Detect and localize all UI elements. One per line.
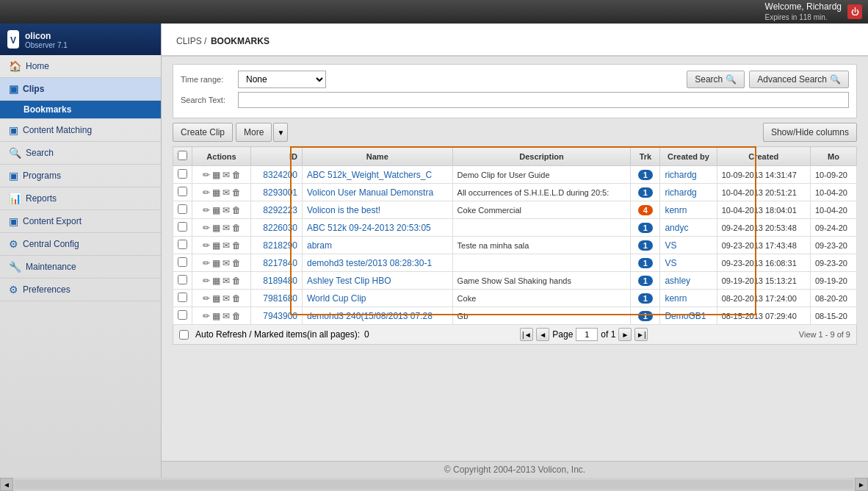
mail-icon[interactable]: ✉ — [223, 276, 230, 286]
edit-icon[interactable]: ✏ — [203, 187, 210, 198]
created-by-link[interactable]: VS — [665, 240, 676, 251]
sidebar-item-bookmarks[interactable]: Bookmarks — [0, 101, 161, 119]
created-by-link[interactable]: richardg — [665, 187, 696, 198]
created-by-link[interactable]: andyc — [665, 223, 688, 233]
delete-icon[interactable]: 🗑 — [232, 258, 241, 268]
row-checkbox[interactable] — [178, 257, 187, 267]
search-button[interactable]: Search 🔍 — [687, 71, 745, 88]
delete-icon[interactable]: 🗑 — [232, 240, 241, 251]
id-link[interactable]: 8293001 — [263, 187, 297, 198]
name-link[interactable]: Volicon is the best! — [307, 205, 380, 215]
id-link[interactable]: 8218290 — [263, 240, 297, 251]
mail-icon[interactable]: ✉ — [223, 187, 230, 198]
edit-icon[interactable]: ✏ — [203, 293, 210, 304]
grid-icon[interactable]: ▦ — [212, 187, 220, 198]
created-by-link[interactable]: richardg — [665, 170, 696, 180]
delete-icon[interactable]: 🗑 — [232, 293, 241, 304]
edit-icon[interactable]: ✏ — [203, 240, 210, 251]
sidebar-item-programs[interactable]: ▣ Programs — [0, 165, 161, 187]
delete-icon[interactable]: 🗑 — [232, 311, 241, 321]
row-checkbox[interactable] — [178, 240, 187, 249]
horizontal-scrollbar[interactable]: ◄ ► — [0, 478, 868, 491]
created-by-link[interactable]: ashley — [665, 276, 690, 286]
sidebar-item-home[interactable]: 🏠 Home — [0, 55, 161, 78]
mail-icon[interactable]: ✉ — [223, 170, 230, 180]
prev-page-button[interactable]: ◄ — [536, 328, 549, 341]
grid-icon[interactable]: ▦ — [212, 223, 220, 233]
page-number-input[interactable] — [576, 328, 598, 341]
sidebar-item-central-config[interactable]: ⚙ Central Config — [0, 233, 161, 256]
edit-icon[interactable]: ✏ — [203, 205, 210, 215]
show-hide-columns-button[interactable]: Show/Hide columns — [763, 123, 857, 142]
grid-icon[interactable]: ▦ — [212, 205, 220, 215]
name-link[interactable]: ABC 512k 09-24-2013 20:53:05 — [307, 223, 431, 233]
more-button[interactable]: More — [236, 123, 272, 142]
sidebar-item-content-export[interactable]: ▣ Content Export — [0, 210, 161, 233]
name-link[interactable]: Volicon User Manual Demonstra — [307, 187, 433, 198]
name-link[interactable]: demohd3 teste/2013 08:28:30-1 — [307, 258, 432, 268]
sidebar-item-content-matching[interactable]: ▣ Content Matching — [0, 119, 161, 142]
edit-icon[interactable]: ✏ — [203, 223, 210, 233]
id-link[interactable]: 7943900 — [263, 311, 297, 321]
sidebar-item-clips[interactable]: ▣ Clips — [0, 78, 161, 101]
sidebar-item-reports[interactable]: 📊 Reports — [0, 187, 161, 210]
edit-icon[interactable]: ✏ — [203, 258, 210, 268]
select-all-checkbox[interactable] — [178, 151, 187, 160]
time-range-select[interactable]: None — [238, 71, 326, 88]
scroll-track[interactable] — [15, 480, 853, 489]
mail-icon[interactable]: ✉ — [223, 223, 230, 233]
row-checkbox[interactable] — [178, 169, 187, 179]
grid-icon[interactable]: ▦ — [212, 240, 220, 251]
delete-icon[interactable]: 🗑 — [232, 276, 241, 286]
sidebar-item-preferences[interactable]: ⚙ Preferences — [0, 279, 161, 301]
edit-icon[interactable]: ✏ — [203, 276, 210, 286]
create-clip-button[interactable]: Create Clip — [173, 123, 233, 142]
edit-icon[interactable]: ✏ — [203, 170, 210, 180]
row-checkbox[interactable] — [178, 204, 187, 214]
row-checkbox[interactable] — [178, 310, 187, 320]
mail-icon[interactable]: ✉ — [223, 240, 230, 251]
first-page-button[interactable]: |◄ — [520, 328, 533, 341]
name-link[interactable]: demohd3 240(15/08/2013 07:28 — [307, 311, 433, 321]
row-checkbox[interactable] — [178, 275, 187, 284]
delete-icon[interactable]: 🗑 — [232, 187, 241, 198]
grid-icon[interactable]: ▦ — [212, 276, 220, 286]
search-input[interactable] — [238, 92, 849, 108]
delete-icon[interactable]: 🗑 — [232, 205, 241, 215]
name-link[interactable]: ABC 512k_Weight_Watchers_C — [307, 170, 432, 180]
name-link[interactable]: abram — [307, 240, 332, 251]
mail-icon[interactable]: ✉ — [223, 311, 230, 321]
id-link[interactable]: 8324200 — [263, 170, 297, 180]
id-link[interactable]: 8292223 — [263, 205, 297, 215]
edit-icon[interactable]: ✏ — [203, 311, 210, 321]
row-checkbox[interactable] — [178, 222, 187, 232]
mail-icon[interactable]: ✉ — [223, 293, 230, 304]
grid-icon[interactable]: ▦ — [212, 293, 220, 304]
name-link[interactable]: Ashley Test Clip HBO — [307, 276, 391, 286]
id-link[interactable]: 7981680 — [263, 293, 297, 304]
mail-icon[interactable]: ✉ — [223, 205, 230, 215]
row-checkbox[interactable] — [178, 293, 187, 302]
mail-icon[interactable]: ✉ — [223, 258, 230, 268]
created-by-link[interactable]: VS — [665, 258, 676, 268]
sidebar-item-search[interactable]: 🔍 Search — [0, 142, 161, 165]
created-by-link[interactable]: DemoGB1 — [665, 311, 706, 321]
power-button[interactable]: ⏻ — [847, 4, 862, 19]
id-link[interactable]: 8189480 — [263, 276, 297, 286]
delete-icon[interactable]: 🗑 — [232, 170, 241, 180]
next-page-button[interactable]: ► — [618, 328, 632, 341]
delete-icon[interactable]: 🗑 — [232, 223, 241, 233]
grid-icon[interactable]: ▦ — [212, 258, 220, 268]
grid-icon[interactable]: ▦ — [212, 311, 220, 321]
id-link[interactable]: 8226030 — [263, 223, 297, 233]
id-link[interactable]: 8217840 — [263, 258, 297, 268]
row-checkbox[interactable] — [178, 187, 187, 196]
created-by-link[interactable]: kenrn — [665, 205, 687, 215]
auto-refresh-checkbox[interactable] — [179, 330, 189, 340]
created-by-link[interactable]: kenrn — [665, 293, 687, 304]
scroll-right-button[interactable]: ► — [855, 478, 868, 491]
last-page-button[interactable]: ►| — [634, 328, 648, 341]
advanced-search-button[interactable]: Advanced Search 🔍 — [749, 71, 849, 88]
scroll-left-button[interactable]: ◄ — [0, 478, 13, 491]
grid-icon[interactable]: ▦ — [212, 170, 220, 180]
